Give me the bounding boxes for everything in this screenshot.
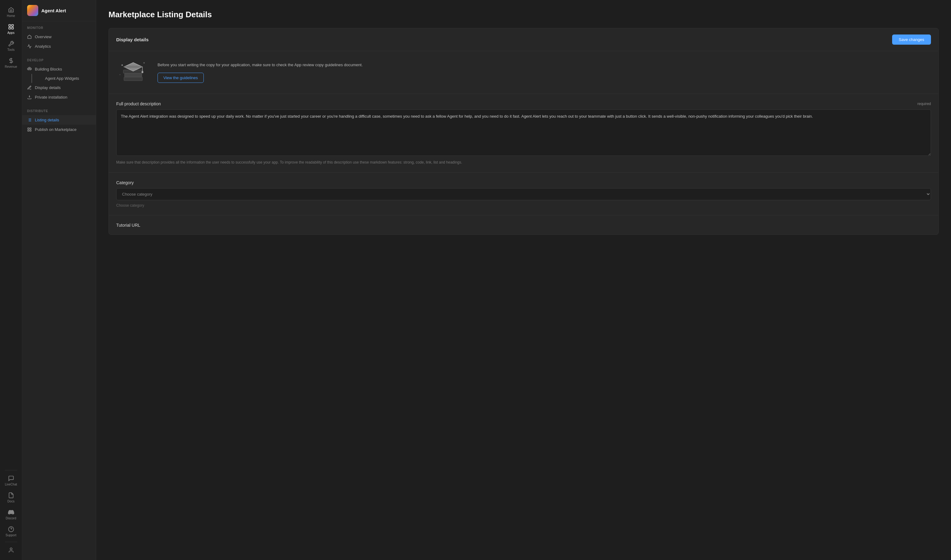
agent-app-widgets-label: Agent App Widgets [45,76,79,81]
user-avatar[interactable] [0,544,22,556]
description-label: Full product description [116,102,161,106]
home-label: Home [7,14,15,18]
analytics-label: Analytics [35,44,51,49]
private-installation-label: Private installation [35,95,68,100]
description-section: Full product description required Make s… [109,94,939,173]
sidebar-item-analytics[interactable]: Analytics [22,42,96,51]
page-title: Marketplace Listing Details [108,10,939,19]
app-icon [27,5,38,16]
sidebar: Agent Alert MONITOR Overview Analytics D… [22,0,96,560]
save-changes-button[interactable]: Save changes [892,34,931,45]
main-content: Marketplace Listing Details Display deta… [96,0,951,560]
icon-bar: Home Apps Tools Revenue LiveChat [0,0,22,560]
sidebar-item-discord[interactable]: Discord [0,506,22,523]
guidelines-banner: ✦ ✦ + Before you start writing the copy … [109,51,939,94]
category-section: Category Choose categoryCustomer Support… [109,173,939,215]
tools-label: Tools [8,48,14,51]
publish-on-marketplace-label: Publish on Marketplace [35,127,76,132]
sidebar-item-docs[interactable]: Docs [0,489,22,506]
tutorial-url-label: Tutorial URL [116,223,140,228]
guidelines-text-container: Before you start writing the copy for yo… [157,62,931,83]
display-details-section-title: Display details [116,37,149,42]
svg-rect-19 [28,130,29,131]
guidelines-illustration: ✦ ✦ + [116,58,150,86]
app-header: Agent Alert [22,0,96,21]
svg-text:✦: ✦ [121,63,123,67]
category-label: Category [116,180,134,185]
sidebar-item-revenue[interactable]: Revenue [0,54,22,71]
description-hint: Make sure that description provides all … [116,160,931,165]
monitor-label: MONITOR [22,26,96,32]
sidebar-item-tools[interactable]: Tools [0,38,22,54]
svg-text:✦: ✦ [143,62,145,65]
sidebar-item-listing-details[interactable]: Listing details [22,115,96,125]
svg-rect-3 [11,28,13,29]
display-details-header: Display details Save changes [109,28,939,51]
svg-rect-1 [11,25,13,26]
sidebar-item-building-blocks[interactable]: Building Blocks [22,65,96,74]
building-blocks-label: Building Blocks [35,67,62,71]
develop-section: DEVELOP Building Blocks Agent App Widget… [22,54,96,105]
display-details-card: Display details Save changes ✦ [108,28,939,235]
develop-label: DEVELOP [22,58,96,65]
sidebar-item-private-installation[interactable]: Private installation [22,92,96,102]
guidelines-description: Before you start writing the copy for yo… [157,62,931,68]
svg-rect-0 [9,25,11,26]
svg-point-7 [10,548,12,550]
tutorial-url-section: Tutorial URL [109,215,939,234]
overview-label: Overview [35,34,51,39]
sidebar-item-agent-app-widgets[interactable]: Agent App Widgets [31,74,96,83]
svg-text:+: + [119,74,120,76]
distribute-section: DISTRIBUTE Listing details Publish on Ma… [22,105,96,137]
revenue-label: Revenue [5,65,17,68]
svg-point-27 [142,71,143,73]
svg-point-25 [124,66,142,68]
docs-label: Docs [8,500,14,503]
apps-label: Apps [8,31,14,34]
sidebar-item-home[interactable]: Home [0,4,22,21]
category-select-hint: Choose category [116,203,931,208]
listing-details-label: Listing details [35,118,59,122]
view-guidelines-button[interactable]: View the guidelines [157,73,204,83]
monitor-section: MONITOR Overview Analytics [22,21,96,54]
sidebar-item-overview[interactable]: Overview [22,32,96,42]
sidebar-item-livechat[interactable]: LiveChat [0,472,22,489]
tutorial-url-header: Tutorial URL [116,223,931,228]
support-label: Support [6,534,16,537]
sidebar-item-publish-on-marketplace[interactable]: Publish on Marketplace [22,125,96,134]
description-textarea[interactable] [116,109,931,156]
svg-rect-21 [124,77,142,81]
sidebar-item-support[interactable]: Support [0,523,22,540]
sidebar-item-apps[interactable]: Apps [0,21,22,38]
description-field-header: Full product description required [116,102,931,106]
distribute-label: DISTRIBUTE [22,109,96,115]
svg-rect-18 [30,128,31,129]
svg-rect-22 [125,73,142,77]
sidebar-item-display-details[interactable]: Display details [22,83,96,92]
category-field-header: Category [116,180,931,185]
category-select[interactable]: Choose categoryCustomer SupportSalesMark… [116,188,931,200]
display-details-label: Display details [35,85,61,90]
app-name: Agent Alert [41,8,66,13]
svg-rect-20 [30,130,31,131]
svg-rect-2 [9,28,11,29]
svg-rect-17 [28,128,29,129]
discord-label: Discord [6,517,16,520]
required-badge: required [917,102,931,106]
livechat-label: LiveChat [5,483,17,486]
